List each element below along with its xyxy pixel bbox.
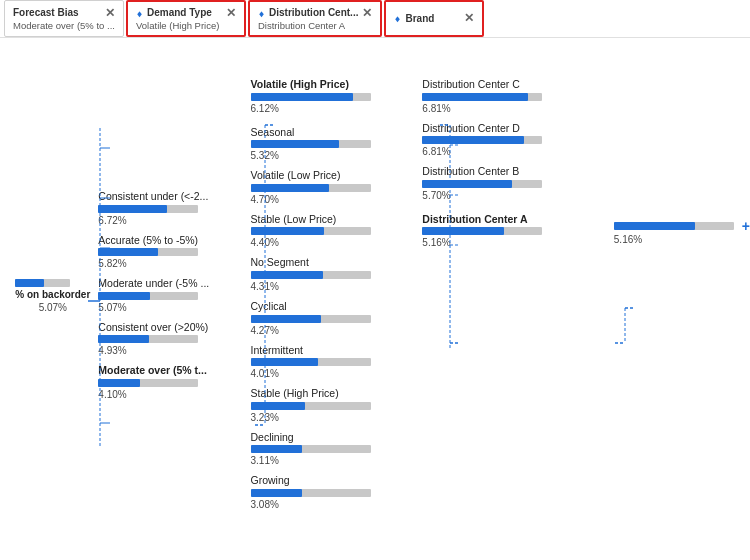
col4-node: + 5.16% [614,218,750,245]
col1-node-2[interactable]: Moderate under (-5% ... 5.07% [98,277,250,313]
col2-label-3: Stable (Low Price) [251,213,423,226]
root-value: 5.07% [15,302,90,313]
forecast-bias-close[interactable]: ✕ [105,7,115,19]
col2-value-9: 3.08% [251,499,423,510]
filter-chip-demand-type[interactable]: ⬧ Demand Type ✕ Volatile (High Price) [126,0,246,37]
filter-bar: Forecast Bias ✕ Moderate over (5% to ...… [0,0,750,38]
brand-label: Brand [405,13,434,24]
demand-type-label: Demand Type [147,7,212,18]
col3-label-2: Distribution Center B [422,165,613,178]
col2-value-7: 3.23% [251,412,423,423]
col2-node-9[interactable]: Growing 3.08% [251,474,423,510]
col3-value-3: 5.16% [422,237,613,248]
distribution-center-label: Distribution Cent... [269,7,358,18]
col1-label-2: Moderate under (-5% ... [98,277,250,290]
col2-label-0: Volatile (High Price) [251,78,423,91]
col2-node-6[interactable]: Intermittent 4.01% [251,344,423,380]
col1-value-0: 6.72% [98,215,250,226]
filter-chip-distribution-center[interactable]: ⬧ Distribution Cent... ✕ Distribution Ce… [248,0,382,37]
root-panel: % on backorder 5.07% [0,38,98,560]
col2-label-8: Declining [251,431,423,444]
distribution-center-value: Distribution Center A [258,20,372,31]
col1-node-1[interactable]: Accurate (5% to -5%) 5.82% [98,234,250,270]
col2-label-4: No Segment [251,256,423,269]
demand-type-value: Volatile (High Price) [136,20,236,31]
col2-panel: Volatile (High Price) 6.12% Seasonal 5.3… [251,38,423,560]
col3-value-2: 5.70% [422,190,613,201]
col1-label-1: Accurate (5% to -5%) [98,234,250,247]
col2-node-3[interactable]: Stable (Low Price) 4.40% [251,213,423,249]
col2-label-5: Cyclical [251,300,423,313]
filter-chip-brand[interactable]: ⬧ Brand ✕ [384,0,484,37]
col2-node-0[interactable]: Volatile (High Price) 6.12% [251,78,423,114]
col3-node-1[interactable]: Distribution Center D 6.81% [422,122,613,158]
col2-node-8[interactable]: Declining 3.11% [251,431,423,467]
expand-icon[interactable]: + [742,218,750,234]
col4-value: 5.16% [614,234,750,245]
brand-close[interactable]: ✕ [464,12,474,24]
col1-node-3[interactable]: Consistent over (>20%) 4.93% [98,321,250,357]
col3-node-3[interactable]: Distribution Center A 5.16% [422,213,613,249]
filter-chip-forecast-bias[interactable]: Forecast Bias ✕ Moderate over (5% to ... [4,0,124,37]
demand-type-icon: ⬧ [136,7,143,19]
col3-label-0: Distribution Center C [422,78,613,91]
col2-label-9: Growing [251,474,423,487]
col2-value-5: 4.27% [251,325,423,336]
col2-label-7: Stable (High Price) [251,387,423,400]
col1-value-2: 5.07% [98,302,250,313]
col3-panel: Distribution Center C 6.81% Distribution… [422,38,613,560]
col1-label-4: Moderate over (5% t... [98,364,250,377]
col1-value-1: 5.82% [98,258,250,269]
col2-label-2: Volatile (Low Price) [251,169,423,182]
col2-node-2[interactable]: Volatile (Low Price) 4.70% [251,169,423,205]
col1-node-4[interactable]: Moderate over (5% t... 4.10% [98,364,250,400]
col3-node-2[interactable]: Distribution Center B 5.70% [422,165,613,201]
col2-value-8: 3.11% [251,455,423,466]
col1-node-0[interactable]: Consistent under (<-2... 6.72% [98,190,250,226]
col2-node-5[interactable]: Cyclical 4.27% [251,300,423,336]
col1-value-4: 4.10% [98,389,250,400]
col2-label-6: Intermittent [251,344,423,357]
col2-value-3: 4.40% [251,237,423,248]
col2-value-1: 5.32% [251,150,423,161]
col3-value-0: 6.81% [422,103,613,114]
brand-icon: ⬧ [394,12,401,24]
root-label: % on backorder [15,289,90,301]
col2-value-2: 4.70% [251,194,423,205]
col2-value-0: 6.12% [251,103,423,114]
distribution-center-icon: ⬧ [258,7,265,19]
col2-node-7[interactable]: Stable (High Price) 3.23% [251,387,423,423]
col3-value-1: 6.81% [422,146,613,157]
demand-type-close[interactable]: ✕ [226,7,236,19]
forecast-bias-label: Forecast Bias [13,7,79,18]
col3-label-1: Distribution Center D [422,122,613,135]
col2-node-4[interactable]: No Segment 4.31% [251,256,423,292]
col1-panel: Consistent under (<-2... 6.72% Accurate … [98,38,250,560]
col3-label-3: Distribution Center A [422,213,613,226]
distribution-center-close[interactable]: ✕ [362,7,372,19]
main-content: % on backorder 5.07% Consistent under (<… [0,38,750,560]
root-node: % on backorder 5.07% [15,277,90,313]
col4-panel: + 5.16% [614,38,750,560]
col2-label-1: Seasonal [251,126,423,139]
col1-value-3: 4.93% [98,345,250,356]
col1-label-3: Consistent over (>20%) [98,321,250,334]
col2-value-6: 4.01% [251,368,423,379]
col3-node-0[interactable]: Distribution Center C 6.81% [422,78,613,114]
forecast-bias-value: Moderate over (5% to ... [13,20,115,31]
col1-label-0: Consistent under (<-2... [98,190,250,203]
col2-node-1[interactable]: Seasonal 5.32% [251,126,423,162]
col2-value-4: 4.31% [251,281,423,292]
